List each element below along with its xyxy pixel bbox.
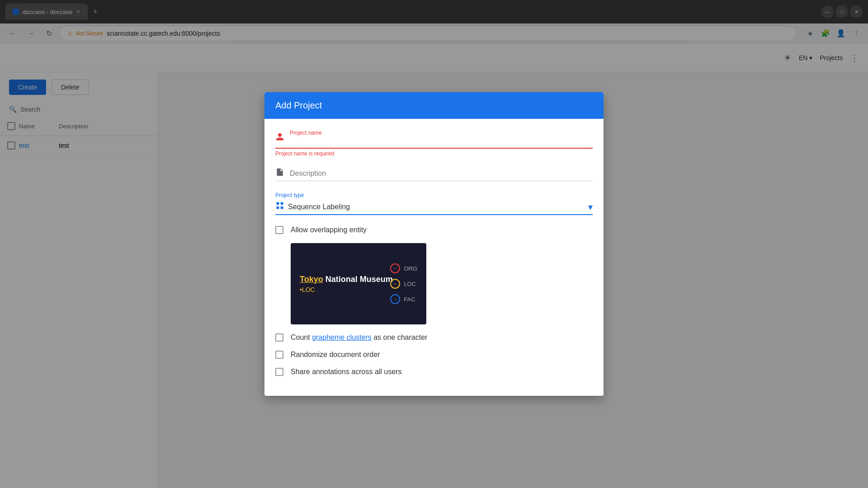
legend-org: ○ ORG bbox=[390, 263, 417, 273]
randomize-label: Randomize document order bbox=[291, 351, 380, 359]
person-icon bbox=[275, 132, 284, 144]
description-input[interactable] bbox=[290, 169, 593, 178]
sequence-labeling-preview: Tokyo National Museum •LOC ○ ORG ○ LOC ○… bbox=[291, 243, 426, 324]
preview-tokyo: Tokyo bbox=[300, 275, 323, 284]
randomize-checkbox[interactable] bbox=[275, 351, 283, 359]
preview-museum: National Museum bbox=[326, 275, 393, 284]
count-grapheme-checkbox[interactable] bbox=[275, 333, 283, 342]
legend-fac-dot: ○ bbox=[390, 294, 400, 304]
legend-fac: ○ FAC bbox=[390, 294, 417, 304]
project-name-error: Project name is required bbox=[275, 150, 593, 157]
preview-legend: ○ ORG ○ LOC ○ FAC bbox=[390, 263, 417, 304]
dropdown-arrow-icon: ▾ bbox=[588, 202, 593, 212]
legend-org-dot: ○ bbox=[390, 263, 400, 273]
project-name-row: Project name bbox=[275, 130, 593, 149]
dialog-title: Add Project bbox=[264, 92, 604, 119]
project-type-label: Project type bbox=[275, 192, 593, 198]
allow-overlapping-row: Allow overlapping entity bbox=[275, 226, 593, 234]
add-project-dialog: Add Project Project name Project name is… bbox=[264, 92, 604, 396]
legend-loc: ○ LOC bbox=[390, 279, 417, 289]
share-annotations-label: Share annotations across all users bbox=[291, 368, 401, 376]
project-name-field: Project name Project name is required bbox=[275, 130, 593, 157]
legend-fac-label: FAC bbox=[404, 296, 415, 303]
allow-overlapping-checkbox[interactable] bbox=[275, 226, 283, 234]
description-row bbox=[275, 168, 593, 181]
project-type-field: Project type Sequence Labeling ▾ bbox=[275, 192, 593, 215]
description-field bbox=[275, 168, 593, 181]
count-grapheme-before: Count bbox=[291, 333, 312, 341]
legend-org-label: ORG bbox=[404, 265, 417, 272]
grid-icon bbox=[275, 201, 284, 212]
share-annotations-row: Share annotations across all users bbox=[275, 368, 593, 376]
count-grapheme-after: as one character bbox=[372, 333, 428, 341]
count-grapheme-label: Count grapheme clusters as one character bbox=[291, 333, 427, 342]
share-annotations-checkbox[interactable] bbox=[275, 368, 283, 376]
project-name-label: Project name bbox=[290, 130, 593, 136]
project-type-select[interactable]: Sequence Labeling ▾ bbox=[275, 201, 593, 215]
legend-loc-label: LOC bbox=[404, 281, 416, 287]
dialog-body: Project name Project name is required Pr… bbox=[264, 119, 604, 396]
count-grapheme-row: Count grapheme clusters as one character bbox=[275, 333, 593, 342]
project-type-value: Sequence Labeling bbox=[288, 203, 588, 211]
legend-loc-dot: ○ bbox=[390, 279, 400, 289]
project-name-input[interactable] bbox=[290, 138, 593, 146]
description-icon bbox=[275, 168, 284, 179]
randomize-row: Randomize document order bbox=[275, 351, 593, 359]
grapheme-clusters-link[interactable]: grapheme clusters bbox=[312, 333, 372, 341]
allow-overlapping-label: Allow overlapping entity bbox=[291, 226, 367, 234]
